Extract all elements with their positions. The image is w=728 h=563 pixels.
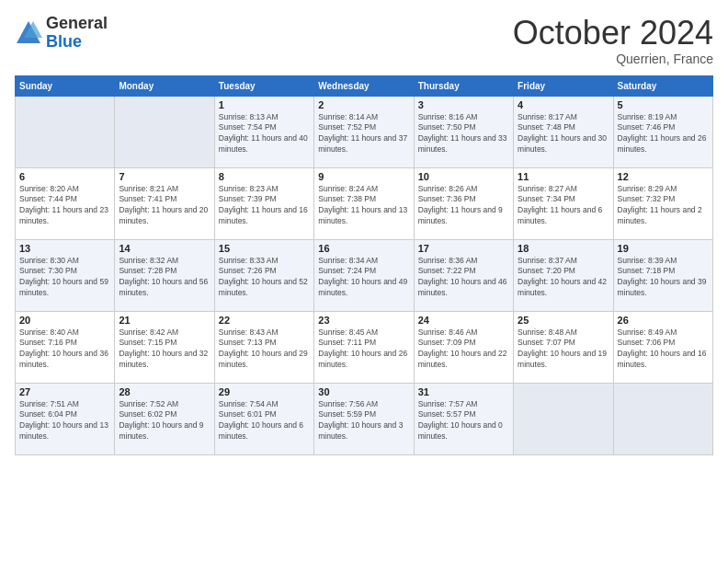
table-row: 17Sunrise: 8:36 AM Sunset: 7:22 PM Dayli… <box>414 239 513 311</box>
day-number: 4 <box>518 99 609 110</box>
day-info: Sunrise: 8:13 AM Sunset: 7:54 PM Dayligh… <box>219 112 310 156</box>
day-number: 20 <box>19 315 110 326</box>
table-row: 16Sunrise: 8:34 AM Sunset: 7:24 PM Dayli… <box>314 239 414 311</box>
day-info: Sunrise: 7:52 AM Sunset: 6:02 PM Dayligh… <box>119 399 210 443</box>
calendar-week-row: 6Sunrise: 8:20 AM Sunset: 7:44 PM Daylig… <box>16 167 713 239</box>
table-row: 22Sunrise: 8:43 AM Sunset: 7:13 PM Dayli… <box>214 311 313 383</box>
day-number: 3 <box>418 99 509 110</box>
day-info: Sunrise: 8:16 AM Sunset: 7:50 PM Dayligh… <box>418 112 509 156</box>
day-number: 22 <box>219 315 310 326</box>
day-number: 28 <box>119 386 210 397</box>
day-number: 1 <box>219 99 310 110</box>
table-row: 13Sunrise: 8:30 AM Sunset: 7:30 PM Dayli… <box>16 239 115 311</box>
table-row: 21Sunrise: 8:42 AM Sunset: 7:15 PM Dayli… <box>115 311 214 383</box>
table-row: 19Sunrise: 8:39 AM Sunset: 7:18 PM Dayli… <box>613 239 712 311</box>
day-number: 2 <box>318 99 409 110</box>
calendar-week-row: 1Sunrise: 8:13 AM Sunset: 7:54 PM Daylig… <box>16 96 713 167</box>
table-row: 6Sunrise: 8:20 AM Sunset: 7:44 PM Daylig… <box>16 167 115 239</box>
table-row <box>16 96 115 167</box>
day-number: 5 <box>618 99 709 110</box>
day-number: 25 <box>518 315 609 326</box>
table-row: 9Sunrise: 8:24 AM Sunset: 7:38 PM Daylig… <box>314 167 414 239</box>
day-info: Sunrise: 8:48 AM Sunset: 7:07 PM Dayligh… <box>518 327 609 372</box>
day-info: Sunrise: 8:40 AM Sunset: 7:16 PM Dayligh… <box>19 327 110 372</box>
day-info: Sunrise: 8:26 AM Sunset: 7:36 PM Dayligh… <box>418 184 509 228</box>
day-number: 17 <box>418 243 509 254</box>
table-row: 15Sunrise: 8:33 AM Sunset: 7:26 PM Dayli… <box>214 239 313 311</box>
calendar-week-row: 27Sunrise: 7:51 AM Sunset: 6:04 PM Dayli… <box>16 383 713 454</box>
day-info: Sunrise: 8:43 AM Sunset: 7:13 PM Dayligh… <box>219 327 310 372</box>
table-row: 28Sunrise: 7:52 AM Sunset: 6:02 PM Dayli… <box>115 383 214 454</box>
day-number: 6 <box>19 171 110 182</box>
day-number: 7 <box>119 171 210 182</box>
header-tuesday: Tuesday <box>214 75 313 96</box>
day-number: 16 <box>318 243 409 254</box>
day-number: 31 <box>418 386 509 397</box>
calendar-page: General Blue October 2024 Querrien, Fran… <box>0 0 728 563</box>
day-info: Sunrise: 8:17 AM Sunset: 7:48 PM Dayligh… <box>518 112 609 156</box>
day-number: 11 <box>518 171 609 182</box>
day-info: Sunrise: 8:45 AM Sunset: 7:11 PM Dayligh… <box>318 327 409 372</box>
day-number: 18 <box>518 243 609 254</box>
table-row: 2Sunrise: 8:14 AM Sunset: 7:52 PM Daylig… <box>314 96 414 167</box>
table-row: 25Sunrise: 8:48 AM Sunset: 7:07 PM Dayli… <box>514 311 613 383</box>
day-info: Sunrise: 8:37 AM Sunset: 7:20 PM Dayligh… <box>518 256 609 300</box>
title-block: October 2024 Querrien, France <box>513 15 713 66</box>
table-row: 30Sunrise: 7:56 AM Sunset: 5:59 PM Dayli… <box>314 383 414 454</box>
table-row <box>514 383 613 454</box>
day-number: 15 <box>219 243 310 254</box>
day-number: 27 <box>19 386 110 397</box>
table-row: 20Sunrise: 8:40 AM Sunset: 7:16 PM Dayli… <box>16 311 115 383</box>
table-row: 14Sunrise: 8:32 AM Sunset: 7:28 PM Dayli… <box>115 239 214 311</box>
table-row: 1Sunrise: 8:13 AM Sunset: 7:54 PM Daylig… <box>214 96 313 167</box>
table-row: 23Sunrise: 8:45 AM Sunset: 7:11 PM Dayli… <box>314 311 414 383</box>
day-number: 14 <box>119 243 210 254</box>
day-info: Sunrise: 8:39 AM Sunset: 7:18 PM Dayligh… <box>618 256 709 300</box>
day-number: 30 <box>318 386 409 397</box>
weekday-header-row: Sunday Monday Tuesday Wednesday Thursday… <box>16 75 713 96</box>
page-header: General Blue October 2024 Querrien, Fran… <box>15 15 713 66</box>
table-row <box>613 383 712 454</box>
day-info: Sunrise: 7:56 AM Sunset: 5:59 PM Dayligh… <box>318 399 409 443</box>
day-number: 12 <box>618 171 709 182</box>
day-info: Sunrise: 8:32 AM Sunset: 7:28 PM Dayligh… <box>119 256 210 300</box>
table-row: 7Sunrise: 8:21 AM Sunset: 7:41 PM Daylig… <box>115 167 214 239</box>
table-row: 8Sunrise: 8:23 AM Sunset: 7:39 PM Daylig… <box>214 167 313 239</box>
table-row: 26Sunrise: 8:49 AM Sunset: 7:06 PM Dayli… <box>613 311 712 383</box>
header-monday: Monday <box>115 75 214 96</box>
day-number: 29 <box>219 386 310 397</box>
day-info: Sunrise: 7:54 AM Sunset: 6:01 PM Dayligh… <box>219 399 310 443</box>
logo-icon <box>15 19 42 47</box>
day-info: Sunrise: 7:51 AM Sunset: 6:04 PM Dayligh… <box>19 399 110 443</box>
day-info: Sunrise: 8:24 AM Sunset: 7:38 PM Dayligh… <box>318 184 409 228</box>
day-info: Sunrise: 8:30 AM Sunset: 7:30 PM Dayligh… <box>19 256 110 300</box>
header-saturday: Saturday <box>613 75 712 96</box>
calendar-week-row: 20Sunrise: 8:40 AM Sunset: 7:16 PM Dayli… <box>16 311 713 383</box>
table-row: 24Sunrise: 8:46 AM Sunset: 7:09 PM Dayli… <box>414 311 513 383</box>
header-sunday: Sunday <box>16 75 115 96</box>
table-row: 12Sunrise: 8:29 AM Sunset: 7:32 PM Dayli… <box>613 167 712 239</box>
day-info: Sunrise: 8:19 AM Sunset: 7:46 PM Dayligh… <box>618 112 709 156</box>
day-number: 19 <box>618 243 709 254</box>
calendar-table: Sunday Monday Tuesday Wednesday Thursday… <box>15 75 713 455</box>
location: Querrien, France <box>513 52 713 66</box>
table-row: 3Sunrise: 8:16 AM Sunset: 7:50 PM Daylig… <box>414 96 513 167</box>
header-wednesday: Wednesday <box>314 75 414 96</box>
day-number: 24 <box>418 315 509 326</box>
day-info: Sunrise: 8:21 AM Sunset: 7:41 PM Dayligh… <box>119 184 210 228</box>
day-info: Sunrise: 8:36 AM Sunset: 7:22 PM Dayligh… <box>418 256 509 300</box>
day-info: Sunrise: 8:34 AM Sunset: 7:24 PM Dayligh… <box>318 256 409 300</box>
day-info: Sunrise: 7:57 AM Sunset: 5:57 PM Dayligh… <box>418 399 509 443</box>
logo: General Blue <box>15 15 108 52</box>
table-row: 5Sunrise: 8:19 AM Sunset: 7:46 PM Daylig… <box>613 96 712 167</box>
table-row: 4Sunrise: 8:17 AM Sunset: 7:48 PM Daylig… <box>514 96 613 167</box>
header-friday: Friday <box>514 75 613 96</box>
day-info: Sunrise: 8:23 AM Sunset: 7:39 PM Dayligh… <box>219 184 310 228</box>
month-title: October 2024 <box>513 15 713 52</box>
header-thursday: Thursday <box>414 75 513 96</box>
day-number: 26 <box>618 315 709 326</box>
calendar-week-row: 13Sunrise: 8:30 AM Sunset: 7:30 PM Dayli… <box>16 239 713 311</box>
day-number: 8 <box>219 171 310 182</box>
day-info: Sunrise: 8:33 AM Sunset: 7:26 PM Dayligh… <box>219 256 310 300</box>
day-info: Sunrise: 8:49 AM Sunset: 7:06 PM Dayligh… <box>618 327 709 372</box>
